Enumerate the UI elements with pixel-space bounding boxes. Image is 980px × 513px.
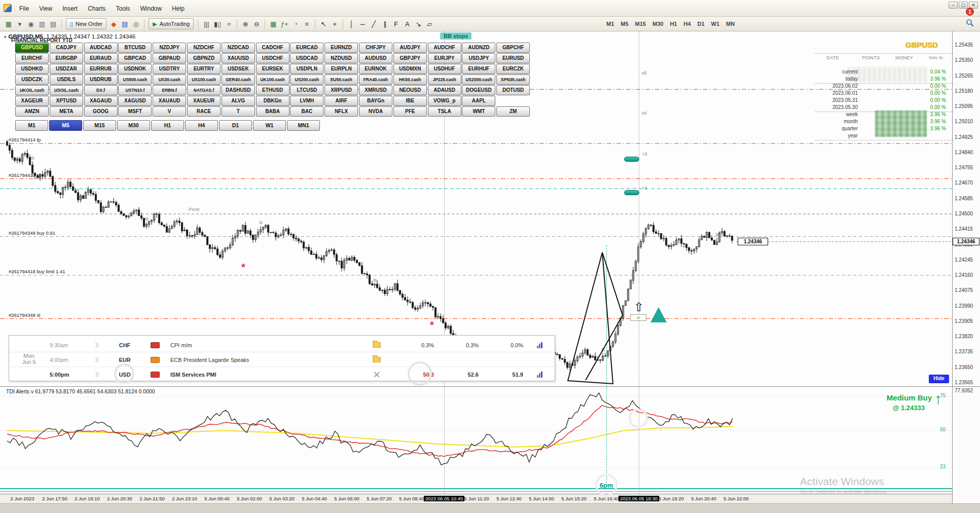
symbol-EURNOK[interactable]: EURNOK	[359, 64, 392, 74]
toolbar-tf-h4[interactable]: H4	[683, 21, 691, 27]
symbol-EURNZD[interactable]: EURNZD	[324, 43, 358, 53]
symbol-AUDCAD[interactable]: AUDCAD	[84, 43, 118, 53]
channel-icon[interactable]: ∥	[379, 18, 390, 29]
time-axis[interactable]: 2 Jun 20232 Jun 17:502 Jun 19:102 Jun 20…	[0, 494, 952, 503]
symbol-RACE[interactable]: RACE	[187, 106, 221, 117]
bar-chart-icon[interactable]: |||	[201, 18, 212, 29]
price-axis[interactable]	[952, 31, 980, 503]
symbol-CADCHF[interactable]: CADCHF	[256, 43, 289, 53]
symbol-NVDA[interactable]: NVDA	[359, 106, 392, 117]
symbol-GER40.cash[interactable]: GER40.cash	[222, 75, 255, 85]
period-icon[interactable]: ◔	[290, 18, 301, 29]
restore-button[interactable]: ▢	[959, 2, 968, 9]
crosshair-icon[interactable]: +	[329, 18, 340, 29]
symbol-USDTRY[interactable]: USDTRY	[153, 64, 186, 74]
tile-windows-icon[interactable]: ▦	[268, 18, 279, 29]
diamond-icon[interactable]: ◆	[108, 18, 119, 29]
symbol-USDCAD[interactable]: USDCAD	[290, 53, 323, 63]
symbol-TSLA[interactable]: TSLA	[428, 106, 461, 117]
timeframe-M5[interactable]: M5	[49, 120, 82, 131]
trendline-icon[interactable]: ╱	[368, 18, 379, 29]
symbol-EURRUB[interactable]: EURRUB	[84, 64, 118, 74]
symbol-GOOG[interactable]: GOOG	[84, 106, 118, 117]
symbol-DBKGn[interactable]: DBKGn	[256, 96, 289, 106]
autotrading-button[interactable]: ▶AutoTrading	[149, 18, 194, 29]
symbol-XRPUSD[interactable]: XRPUSD	[324, 85, 358, 95]
symbol-USDNOK[interactable]: USDNOK	[118, 64, 152, 74]
indicators-icon[interactable]: ƒ+	[279, 18, 290, 29]
symbol-UK100.cash[interactable]: UK100.cash	[256, 75, 289, 85]
symbol-CADJPY[interactable]: CADJPY	[50, 43, 83, 53]
symbol-AIRF[interactable]: AIRF	[324, 96, 358, 106]
symbol-UKOIL.cash[interactable]: UKOIL.cash	[15, 85, 49, 95]
shapes-icon[interactable]: ▱	[424, 18, 435, 29]
menu-help[interactable]: Help	[167, 4, 190, 13]
symbol-ZM[interactable]: ZM	[496, 106, 530, 117]
toolbar-tf-m15[interactable]: M15	[635, 21, 646, 27]
symbol-HK50.cash[interactable]: HK50.cash	[393, 75, 427, 85]
timeframe-W1[interactable]: W1	[253, 120, 286, 131]
symbol-LTCUSD[interactable]: LTCUSD	[290, 85, 323, 95]
symbol-GBPAUD[interactable]: GBPAUD	[153, 53, 186, 63]
symbol-VOWG_p[interactable]: VOWG_p	[428, 96, 461, 106]
bb-stop-pill-2[interactable]	[624, 190, 639, 195]
timeframe-H4[interactable]: H4	[185, 120, 218, 131]
toolbar-tf-m1[interactable]: M1	[606, 21, 614, 27]
symbol-CHFJPY[interactable]: CHFJPY	[359, 43, 392, 53]
symbol-USDCHF[interactable]: USDCHF	[256, 53, 289, 63]
text-icon[interactable]: A	[402, 18, 413, 29]
symbol-EURJPY[interactable]: EURJPY	[428, 53, 461, 63]
symbol-XAGAUD[interactable]: XAGAUD	[84, 96, 118, 106]
news-calendar-panel[interactable]: MonJun 59:30am))CHFCPI m/m0.3%0.3%0.0%4:…	[9, 335, 555, 381]
arrow-tools-icon[interactable]: ↘	[413, 18, 424, 29]
toolbar-tf-m30[interactable]: M30	[652, 21, 663, 27]
symbol-DOGEUSD[interactable]: DOGEUSD	[462, 85, 495, 95]
symbol-EURUSD[interactable]: EURUSD	[496, 53, 530, 63]
symbol-GBPJPY[interactable]: GBPJPY	[393, 53, 427, 63]
symbol-XPTUSD[interactable]: XPTUSD	[50, 96, 83, 106]
symbol-EURCZK[interactable]: EURCZK	[496, 64, 530, 74]
symbol-WMT[interactable]: WMT	[462, 106, 495, 117]
symbol-NEOUSD[interactable]: NEOUSD	[393, 85, 427, 95]
symbol-EURSEK[interactable]: EURSEK	[256, 64, 289, 74]
symbol-EURCAD[interactable]: EURCAD	[290, 43, 323, 53]
symbol-AUDNZD[interactable]: AUDNZD	[462, 43, 495, 53]
symbol-XAUUSD[interactable]: XAUUSD	[222, 53, 255, 63]
symbol-US500.cash[interactable]: US500.cash	[118, 75, 152, 85]
symbol-US100.cash[interactable]: US100.cash	[187, 75, 221, 85]
symbol-EURHUF[interactable]: EURHUF	[462, 64, 495, 74]
symbol-MSFT[interactable]: MSFT	[118, 106, 152, 117]
symbol-NZDCHF[interactable]: NZDCHF	[187, 43, 221, 53]
menu-tools[interactable]: Tools	[111, 4, 135, 13]
fibo-icon[interactable]: F	[390, 18, 402, 29]
symbol-ETHUSD[interactable]: ETHUSD	[256, 85, 289, 95]
timeframe-M1[interactable]: M1	[15, 120, 48, 131]
symbol-AUDCHF[interactable]: AUDCHF	[428, 43, 461, 53]
symbol-NFLX[interactable]: NFLX	[324, 106, 358, 117]
toolbar-tf-d1[interactable]: D1	[698, 21, 705, 27]
symbol-DASHUSD[interactable]: DASHUSD	[222, 85, 255, 95]
symbol-US30.cash[interactable]: US30.cash	[153, 75, 186, 85]
symbol-V[interactable]: V	[153, 106, 186, 117]
menu-window[interactable]: Window	[135, 4, 167, 13]
symbol-USDMXN[interactable]: USDMXN	[393, 64, 427, 74]
toolbar-tf-h1[interactable]: H1	[670, 21, 677, 27]
symbol-ERBN.f[interactable]: ERBN.f	[153, 85, 186, 95]
symbol-USOIL.cash[interactable]: USOIL.cash	[50, 85, 83, 95]
timeframe-M30[interactable]: M30	[117, 120, 150, 131]
print-icon[interactable]: ▤	[119, 18, 130, 29]
symbol-GBPCHF[interactable]: GBPCHF	[496, 43, 530, 53]
menu-view[interactable]: View	[34, 4, 57, 13]
zoom-in-icon[interactable]: ⊕	[240, 18, 251, 29]
hide-button[interactable]: Hide	[929, 375, 949, 383]
symbol-DX.f[interactable]: DX.f	[84, 85, 118, 95]
symbol-US2000.cash[interactable]: US2000.cash	[462, 75, 495, 85]
symbol-EURTRY[interactable]: EURTRY	[187, 64, 221, 74]
bar-chart-icon[interactable]	[537, 342, 542, 348]
web-icon[interactable]: ◎	[130, 18, 141, 29]
symbol-XAUEUR[interactable]: XAUEUR	[187, 96, 221, 106]
folder-icon[interactable]	[373, 357, 381, 362]
timeframe-H1[interactable]: H1	[151, 120, 184, 131]
cursor-icon[interactable]: ↖	[318, 18, 329, 29]
minimize-button[interactable]: –	[949, 2, 958, 9]
